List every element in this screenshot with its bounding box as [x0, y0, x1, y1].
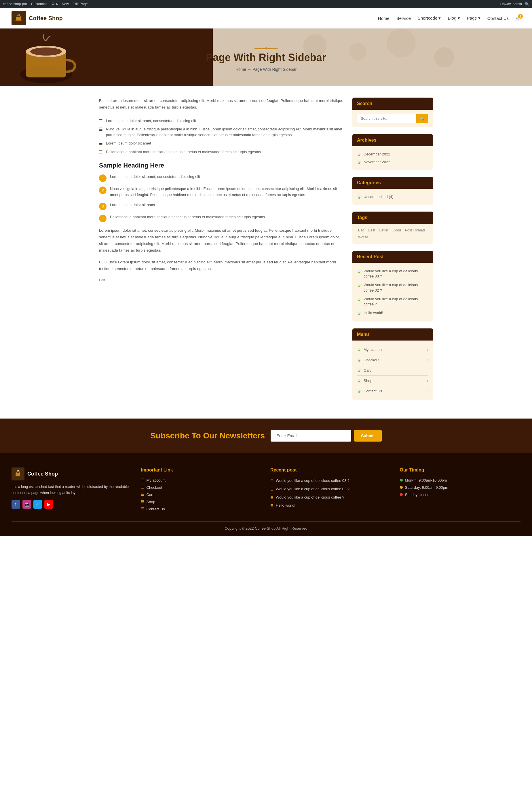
- admin-customize[interactable]: Customize: [31, 2, 48, 6]
- numbered-text-2: Nunc vel ligula in augue tristique pelle…: [110, 186, 344, 198]
- tags-widget-title: Tags: [352, 212, 433, 224]
- search-widget-title: Search: [352, 97, 433, 110]
- footer-bottom: Copyright © 2022 Coffee Shop All Right R…: [12, 521, 520, 531]
- bullet-list: Lorem ipsum dolor sit amet, consectetur …: [99, 116, 344, 156]
- timing-dot-weekday: [400, 479, 403, 482]
- timing-item-weekday: Mon-fri: 9:00am-10:00pm: [400, 477, 521, 484]
- sidebar-menu-list: My account › Checkout › Cart › Shop ›: [357, 345, 428, 396]
- numbered-item-1: 1 Lorem ipsum dolor sit amet, consectetu…: [99, 174, 344, 182]
- recent-post-1[interactable]: Would you like a cup of delicious coffee…: [357, 267, 428, 281]
- edit-link[interactable]: Edit: [99, 278, 105, 282]
- article-body-2: Full Fusce Lorem ipsum dolor sit amet, c…: [99, 259, 344, 272]
- numbered-text-3: Lorem ipsum dolor sit amet: [110, 202, 155, 208]
- footer-post-2[interactable]: Would you like a cup of delicious coffee…: [270, 485, 391, 493]
- numbered-list: 1 Lorem ipsum dolor sit amet, consectetu…: [99, 174, 344, 222]
- tags-widget-body: Bad Best Better Good Post Formats Worse: [352, 224, 433, 244]
- tag-post-formats[interactable]: Post Formats: [404, 228, 427, 233]
- recent-post-list: Would you like a cup of delicious coffee…: [357, 267, 428, 317]
- tag-worse[interactable]: Worse: [357, 235, 369, 240]
- menu-item-checkout[interactable]: Checkout ›: [357, 355, 428, 365]
- cart-icon[interactable]: 🛒 1: [516, 16, 520, 20]
- num-badge-3: 3: [99, 203, 107, 210]
- hero-divider: [255, 48, 277, 49]
- search-widget-body: 🔍: [352, 110, 433, 127]
- search-widget: Search 🔍: [352, 97, 433, 127]
- article-intro: Fusce Lorem ipsum dolor sit amet, consec…: [99, 97, 344, 111]
- nav-blog[interactable]: Blog ▾: [448, 16, 460, 21]
- instagram-icon[interactable]: 📷: [22, 500, 31, 509]
- archive-item-1[interactable]: December 2022: [357, 150, 428, 158]
- hero-title: Page With Right Sidebar: [206, 52, 326, 63]
- numbered-item-3: 3 Lorem ipsum dolor sit amet: [99, 202, 344, 210]
- nav-service[interactable]: Service: [397, 16, 411, 21]
- svg-rect-1: [15, 20, 22, 21]
- nav-page[interactable]: Page ▾: [467, 16, 480, 21]
- hero-coffee-image: [0, 29, 92, 86]
- tag-bad[interactable]: Bad: [357, 228, 365, 233]
- youtube-icon[interactable]: ▶: [44, 500, 53, 509]
- recent-post-4[interactable]: Hello world!: [357, 309, 428, 317]
- site-footer: Coffee Shop It is a long established fac…: [0, 453, 532, 536]
- category-item-1[interactable]: Uncategorized (4): [357, 193, 428, 201]
- tag-best[interactable]: Best: [367, 228, 376, 233]
- archive-list: December 2022 November 2022: [357, 150, 428, 166]
- recent-post-2[interactable]: Would you like a cup of delicious coffee…: [357, 281, 428, 294]
- footer-inner: Coffee Shop It is a long established fac…: [12, 467, 520, 531]
- newsletter-submit-button[interactable]: Submit: [354, 430, 382, 442]
- tag-better[interactable]: Better: [378, 228, 389, 233]
- menu-widget-body: My account › Checkout › Cart › Shop ›: [352, 341, 433, 400]
- footer-link-contact[interactable]: Contact Us: [141, 506, 262, 513]
- tag-good[interactable]: Good: [391, 228, 402, 233]
- numbered-text-4: Pellentesque habitant morbi tristique se…: [110, 214, 265, 220]
- copyright-text: Copyright © 2022 Coffee Shop All Right R…: [224, 526, 308, 531]
- categories-widget-title: Categories: [352, 177, 433, 189]
- facebook-icon[interactable]: f: [12, 500, 20, 509]
- footer-description: It is a long established fact that a rea…: [12, 484, 132, 496]
- footer-grid: Coffee Shop It is a long established fac…: [12, 467, 520, 513]
- menu-arrow-shop: ›: [427, 379, 428, 383]
- numbered-item-4: 4 Pellentesque habitant morbi tristique …: [99, 214, 344, 222]
- numbered-item-2: 2 Nunc vel ligula in augue tristique pel…: [99, 186, 344, 198]
- logo[interactable]: Coffee Shop: [12, 11, 63, 25]
- footer-post-1[interactable]: Would you like a cup of delicious coffee…: [270, 477, 391, 485]
- search-input[interactable]: [357, 114, 416, 123]
- nav-shortcode[interactable]: Shortcode ▾: [418, 16, 441, 21]
- admin-right: Howdy, admin 🔍: [500, 2, 529, 6]
- menu-arrow-checkout: ›: [427, 358, 428, 362]
- page-content: Fusce Lorem ipsum dolor sit amet, consec…: [93, 86, 439, 419]
- breadcrumb-home[interactable]: Home: [236, 67, 246, 72]
- timing-list: Mon-fri: 9:00am-10:00pm Saturday: 9:00am…: [400, 477, 521, 498]
- cart-badge: 1: [518, 14, 523, 19]
- admin-comments[interactable]: 🗨 4: [52, 2, 58, 6]
- footer-link-cart[interactable]: Cart: [141, 491, 262, 498]
- twitter-icon[interactable]: 🐦: [33, 500, 42, 509]
- nav-home[interactable]: Home: [378, 16, 389, 21]
- menu-item-shop[interactable]: Shop ›: [357, 375, 428, 386]
- menu-item-contact-us[interactable]: Contact Us ›: [357, 386, 428, 396]
- logo-text: Coffee Shop: [29, 15, 63, 22]
- breadcrumb-current: Page With Right Sidebar: [253, 67, 296, 72]
- footer-timing-col: Our Timing Mon-fri: 9:00am-10:00pm Satur…: [400, 467, 521, 513]
- footer-post-3[interactable]: Would you like a cup of delicious coffee…: [270, 493, 391, 502]
- numbered-text-1: Lorem ipsum dolor sit amet, consectetur …: [110, 174, 200, 180]
- recent-posts-widget-title: Recent Post: [352, 251, 433, 263]
- admin-search-icon[interactable]: 🔍: [525, 2, 529, 6]
- recent-post-3[interactable]: Would you like a cup of delicious coffee…: [357, 295, 428, 309]
- footer-link-shop[interactable]: Shop: [141, 498, 262, 506]
- admin-site-link[interactable]: coffee-shop-pro: [3, 2, 27, 6]
- sidebar: Search 🔍 Archives December 2022 November…: [352, 97, 433, 407]
- newsletter-title: Subscribe To Our Newsletters: [150, 431, 265, 440]
- footer-link-checkout[interactable]: Checkout: [141, 484, 262, 491]
- nav-contact[interactable]: Contact Us: [488, 16, 509, 21]
- footer-link-my-account[interactable]: My account: [141, 477, 262, 484]
- num-badge-1: 1: [99, 175, 107, 182]
- search-button[interactable]: 🔍: [416, 114, 428, 123]
- menu-item-cart[interactable]: Cart ›: [357, 365, 428, 375]
- footer-post-4[interactable]: Hello world!: [270, 501, 391, 510]
- menu-item-my-account[interactable]: My account ›: [357, 345, 428, 355]
- admin-new[interactable]: New: [62, 2, 69, 6]
- admin-edit-page[interactable]: Edit Page: [73, 2, 88, 6]
- archive-item-2[interactable]: November 2022: [357, 158, 428, 166]
- newsletter-email-input[interactable]: [271, 430, 351, 442]
- newsletter-form: Submit: [271, 430, 382, 442]
